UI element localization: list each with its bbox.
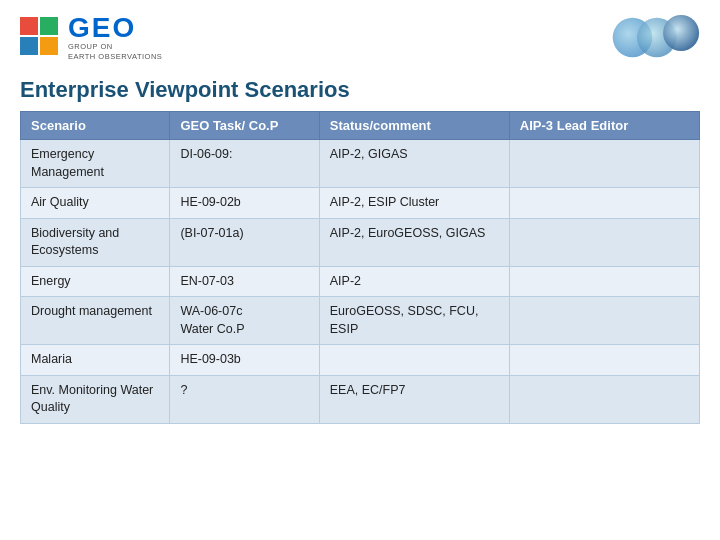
table-cell [509,266,699,297]
geo-icon [20,17,62,59]
table-cell: HE-09-02b [170,188,319,219]
svg-point-6 [663,15,699,51]
table-cell [319,345,509,376]
svg-rect-3 [40,37,58,55]
col-header-task: GEO Task/ Co.P [170,112,319,140]
geo-line2: EARTH OBSERVATIONS [68,52,162,62]
col-header-status: Status/comment [319,112,509,140]
table-cell: Env. Monitoring Water Quality [21,375,170,423]
table-container: Scenario GEO Task/ Co.P Status/comment A… [0,111,720,424]
table-cell: HE-09-03b [170,345,319,376]
page-title: Enterprise Viewpoint Scenarios [20,77,350,102]
svg-rect-2 [20,37,38,55]
table-row: Biodiversity and Ecosystems(BI-07-01a)AI… [21,218,700,266]
table-cell: Drought management [21,297,170,345]
table-cell: AIP-2, EuroGEOSS, GIGAS [319,218,509,266]
table-cell: Energy [21,266,170,297]
table-cell: Malaria [21,345,170,376]
table-cell: AIP-2, GIGAS [319,140,509,188]
circles-svg [610,10,700,65]
page-title-bar: Enterprise Viewpoint Scenarios [0,73,720,111]
table-row: Emergency ManagementDI-06-09:AIP-2, GIGA… [21,140,700,188]
table-cell [509,140,699,188]
svg-rect-0 [20,17,38,35]
table-cell [509,297,699,345]
col-header-editor: AIP-3 Lead Editor [509,112,699,140]
circles-logo [610,10,700,65]
geo-line1: GROUP ON [68,42,162,52]
table-row: MalariaHE-09-03b [21,345,700,376]
table-cell: (BI-07-01a) [170,218,319,266]
table-cell: Emergency Management [21,140,170,188]
table-row: Env. Monitoring Water Quality?EEA, EC/FP… [21,375,700,423]
geo-acronym: GEO [68,14,162,42]
table-cell [509,375,699,423]
table-cell: EN-07-03 [170,266,319,297]
table-cell: DI-06-09: [170,140,319,188]
scenarios-table: Scenario GEO Task/ Co.P Status/comment A… [20,111,700,424]
table-cell [509,218,699,266]
table-cell [509,188,699,219]
table-cell: Biodiversity and Ecosystems [21,218,170,266]
geo-logo: GEO GROUP ON EARTH OBSERVATIONS [20,14,162,62]
table-cell: Air Quality [21,188,170,219]
table-cell: AIP-2, ESIP Cluster [319,188,509,219]
table-row: Air QualityHE-09-02bAIP-2, ESIP Cluster [21,188,700,219]
table-cell [509,345,699,376]
table-cell: WA-06-07cWater Co.P [170,297,319,345]
table-cell: AIP-2 [319,266,509,297]
svg-rect-1 [40,17,58,35]
table-header-row: Scenario GEO Task/ Co.P Status/comment A… [21,112,700,140]
geo-text: GEO GROUP ON EARTH OBSERVATIONS [68,14,162,62]
col-header-scenario: Scenario [21,112,170,140]
header: GEO GROUP ON EARTH OBSERVATIONS [0,0,720,73]
table-row: EnergyEN-07-03AIP-2 [21,266,700,297]
table-cell: EuroGEOSS, SDSC, FCU, ESIP [319,297,509,345]
table-cell: EEA, EC/FP7 [319,375,509,423]
table-cell: ? [170,375,319,423]
logo-area: GEO GROUP ON EARTH OBSERVATIONS [20,14,162,62]
table-row: Drought managementWA-06-07cWater Co.PEur… [21,297,700,345]
